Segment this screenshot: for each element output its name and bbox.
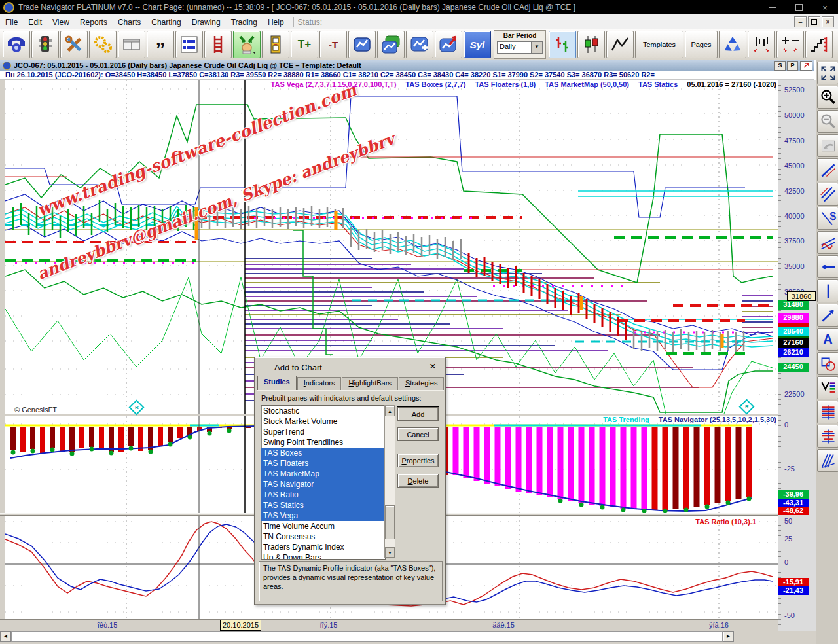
dollar-line-tool-button[interactable]: $ [817, 207, 838, 230]
mdi-close-button[interactable]: × [822, 16, 834, 27]
ladder-dom-button[interactable] [204, 31, 232, 58]
mdi-minimize-button[interactable]: – [794, 16, 807, 27]
zoom-in-button[interactable] [817, 86, 838, 109]
cancel-button[interactable]: Cancel [397, 427, 439, 441]
tas-navigator-label[interactable]: TAS Navigator (25,13,5,10,2,1.5,30) [659, 416, 776, 423]
list-item[interactable]: Time Volume Accum [261, 521, 385, 531]
symbol-lookup-button[interactable]: Syl [464, 31, 491, 58]
mdi-restore-button[interactable] [808, 16, 820, 27]
menu-item[interactable]: File [0, 16, 23, 29]
list-item[interactable]: TAS Statics [261, 500, 385, 510]
menu-item[interactable]: View [47, 16, 75, 29]
popout-button[interactable] [800, 61, 812, 71]
window-panes-button[interactable] [118, 31, 145, 58]
parallel-lines-tool-button[interactable] [817, 183, 838, 206]
setup-tools-button[interactable] [60, 31, 88, 58]
list-item[interactable]: TAS Floaters [261, 458, 385, 469]
tas-trending-label[interactable]: TAS Trending [603, 416, 649, 423]
studies-listbox[interactable]: StochasticStock Market VolumeSuperTrendS… [261, 405, 386, 560]
regression-channel-tool-button[interactable] [817, 231, 838, 254]
menu-item[interactable]: Trading [226, 16, 263, 29]
expand-bars-button[interactable] [776, 31, 804, 58]
scroll-left-button[interactable]: ◄ [0, 631, 11, 642]
combo-dropdown-icon[interactable]: ▼ [531, 42, 542, 53]
replay-button[interactable] [262, 31, 289, 58]
gann-angles-tool-button[interactable] [817, 449, 838, 472]
dialog-tab[interactable]: Indicators [297, 377, 342, 391]
menu-item[interactable]: Charting [146, 16, 186, 29]
chart-pointer-button[interactable] [435, 31, 462, 58]
add-button[interactable]: Add [397, 407, 439, 421]
scrollbar-track[interactable] [11, 631, 723, 642]
list-item[interactable]: TAS Boxes [261, 448, 385, 458]
dialog-tab[interactable]: Studies [257, 376, 297, 391]
pages-button[interactable]: Pages [685, 31, 718, 58]
indicator-label[interactable]: TAS Statics [638, 80, 678, 88]
indicator-label[interactable]: 05.01.2016 = 27160 (-1020) [687, 80, 776, 88]
window-restore-button[interactable] [786, 0, 812, 14]
menu-item[interactable]: Charts [113, 16, 146, 29]
new-chart-button[interactable] [348, 31, 376, 58]
value-flags-tool-button[interactable] [817, 376, 838, 399]
compress-bars-button[interactable] [748, 31, 775, 58]
window-minimize-button[interactable] [759, 0, 786, 14]
properties-button[interactable]: Properties [397, 454, 439, 467]
indicator-label[interactable]: TAS Floaters (1,8) [475, 80, 536, 88]
horizontal-line-tool-button[interactable] [817, 255, 838, 278]
templates-button[interactable]: Templates [635, 31, 683, 58]
dialog-tab[interactable]: HighlightBars [342, 377, 397, 391]
bar-chart-style-button[interactable] [549, 31, 576, 58]
bar-period-combo[interactable]: Daily ▼ [497, 41, 543, 54]
scroll-right-button[interactable]: ► [723, 631, 734, 642]
list-item[interactable]: Stochastic [261, 406, 385, 416]
trade-button[interactable] [233, 31, 261, 58]
list-item[interactable]: TN Consensus [261, 531, 385, 542]
list-item[interactable]: TAS Ratio [261, 490, 385, 500]
scroll-down-icon[interactable]: ▼ [385, 547, 395, 558]
indicator-label[interactable]: TAS Vega (2,7,3,7,1.15,0,27,0,100,T,T) [271, 80, 397, 88]
shapes-tool-button[interactable] [817, 352, 838, 375]
undo-zoom-button[interactable] [817, 134, 838, 157]
trendline-tool-button[interactable] [817, 158, 838, 181]
list-item[interactable]: Stock Market Volume [261, 416, 385, 427]
candlestick-style-button[interactable] [577, 31, 605, 58]
line-chart-style-button[interactable] [606, 31, 634, 58]
phone-orders-button[interactable] [3, 31, 30, 58]
tas-ratio-label[interactable]: TAS Ratio (10,3).1 [695, 518, 756, 526]
zoom-out-button[interactable] [817, 110, 838, 133]
indicator-label[interactable]: TAS Boxes (2,7,7) [405, 80, 465, 88]
properties-button[interactable]: P [787, 61, 798, 71]
dialog-tab[interactable]: Strategies [399, 377, 445, 391]
list-item[interactable]: Traders Dynamic Index [261, 542, 385, 552]
dialog-close-icon[interactable]: × [427, 360, 439, 373]
menu-item[interactable]: Edit [23, 16, 47, 29]
scroll-up-icon[interactable]: ▲ [385, 406, 395, 416]
menu-item[interactable]: Help [263, 16, 289, 29]
menu-item[interactable]: Drawing [187, 16, 226, 29]
arrow-tool-button[interactable] [817, 304, 838, 327]
settings-gears-button[interactable] [89, 31, 117, 58]
list-item[interactable]: TAS Navigator [261, 479, 385, 490]
watch-list-button[interactable] [175, 31, 203, 58]
market-status-button[interactable] [31, 31, 59, 58]
window-close-button[interactable]: × [812, 0, 838, 14]
text-tool-button[interactable]: A [817, 328, 838, 351]
remove-text-button[interactable]: -T [319, 31, 347, 58]
fib-extension-tool-button[interactable] [817, 425, 838, 448]
add-text-button[interactable]: T+ [291, 31, 318, 58]
fib-retracement-tool-button[interactable] [817, 401, 838, 423]
listbox-scrollbar[interactable]: ▲ ▼ [384, 405, 395, 558]
list-item[interactable]: Up & Down Bars [261, 552, 385, 560]
scale-button[interactable]: S [774, 61, 786, 71]
quotes-button[interactable]: ” [147, 31, 174, 58]
chart-group-button[interactable] [377, 31, 405, 58]
indicator-label[interactable]: TAS MarketMap (50,0,50) [545, 80, 629, 88]
delete-button[interactable]: Delete [397, 474, 439, 488]
step-scale-button[interactable] [805, 31, 833, 58]
list-item[interactable]: Swing Point Trendlines [261, 437, 385, 448]
list-item[interactable]: TAS MarketMap [261, 469, 385, 479]
scrollbar-thumb[interactable] [385, 505, 395, 539]
menu-item[interactable]: Reports [75, 16, 113, 29]
add-chart-pane-button[interactable] [406, 31, 433, 58]
list-item[interactable]: SuperTrend [261, 427, 385, 437]
